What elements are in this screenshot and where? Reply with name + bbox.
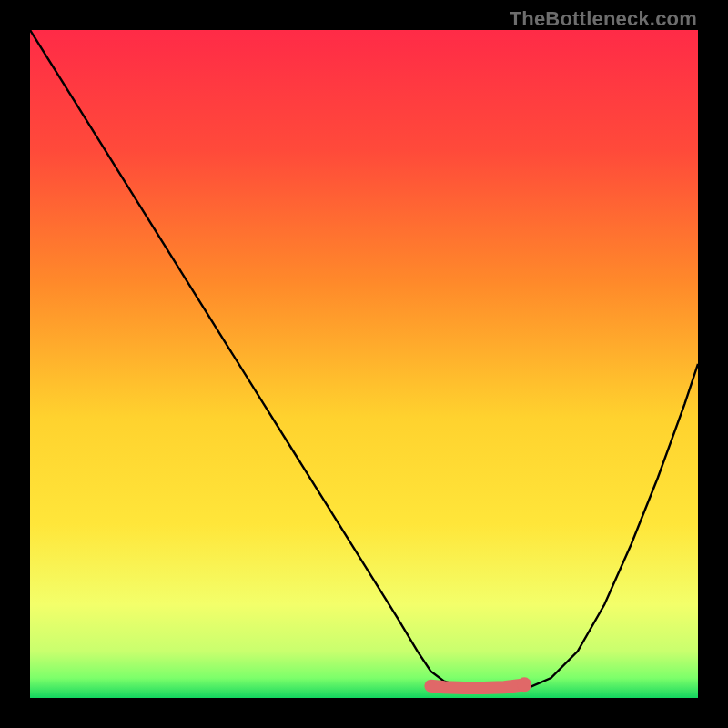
bottleneck-curve [30,30,698,690]
chart-svg [30,30,698,698]
sweet-spot-markers [430,677,531,692]
chart-container: TheBottleneck.com [0,0,728,728]
sweet-spot-end-dot [517,677,531,692]
sweet-spot-line [430,684,524,688]
watermark-label: TheBottleneck.com [510,7,697,31]
plot-area [30,30,698,698]
